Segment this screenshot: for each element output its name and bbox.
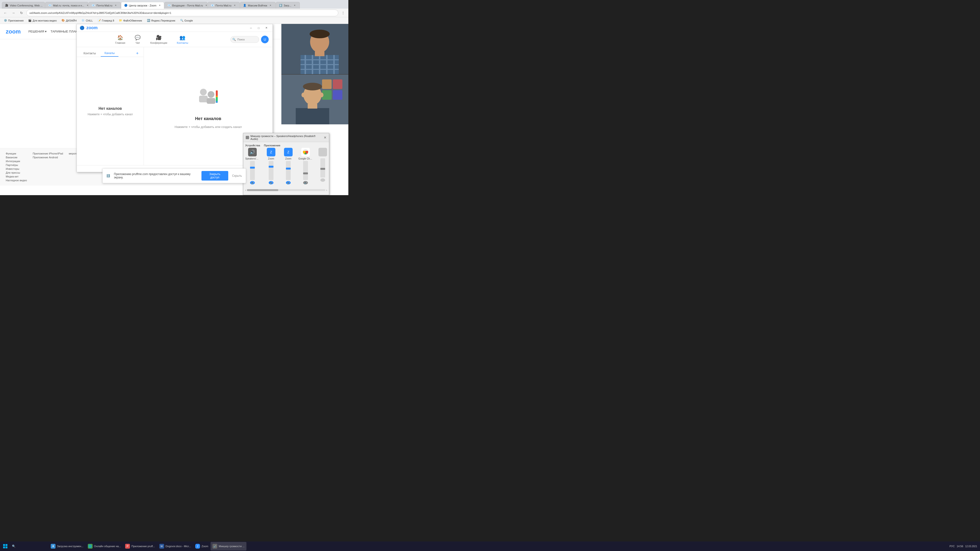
svg-rect-7 bbox=[216, 101, 218, 103]
webcam-person-1 bbox=[282, 24, 348, 74]
footer-link-iphone[interactable]: Приложение iPhone/iPad bbox=[33, 152, 63, 155]
bookmark-favicon-apps: ⚙️ bbox=[4, 19, 7, 22]
chrome-fader[interactable] bbox=[303, 161, 308, 180]
browser-tab-1[interactable]: 🎥 Video Conferencing, Web ... × bbox=[2, 2, 45, 9]
browser-tab-7[interactable]: 👤 Максим Войтюк × bbox=[240, 2, 275, 9]
bookmark-apps[interactable]: ⚙️ Приложения bbox=[2, 18, 25, 23]
svg-point-2 bbox=[208, 91, 215, 98]
bookmark-video[interactable]: 🎬 Для монтажа видео bbox=[26, 18, 59, 23]
unknown-fader-handle[interactable] bbox=[320, 168, 325, 170]
close-button[interactable]: ✕ bbox=[263, 25, 270, 31]
bookmark-google[interactable]: 🔍 Google bbox=[178, 18, 195, 23]
tab-favicon-5: 📧 bbox=[167, 4, 171, 7]
footer-link-partners[interactable]: Партнёры bbox=[6, 164, 27, 167]
contacts-tab[interactable]: Контакты bbox=[80, 50, 100, 57]
extensions-button[interactable]: ⋮ bbox=[340, 10, 347, 16]
tab-close-5[interactable]: × bbox=[204, 3, 207, 7]
footer-link-android[interactable]: Приложение Android bbox=[33, 156, 63, 159]
website-nav-solutions[interactable]: РЕШЕНИЯ ▾ bbox=[29, 30, 47, 33]
zoom-navigation: 🏠 Главная 💬 Чат 🎥 Конференции 👥 Контакты bbox=[77, 32, 272, 47]
browser-tab-5[interactable]: 📧 Входящие - Почта Mail.ru × bbox=[164, 2, 207, 9]
zoom-fader-1[interactable] bbox=[269, 161, 274, 180]
zoom-fader-handle-2[interactable] bbox=[286, 168, 291, 170]
browser-tab-4[interactable]: 🔵 Центр загрузок - Zoom × bbox=[121, 2, 164, 9]
bookmark-design[interactable]: 🎨 ДИЗАЙН bbox=[60, 18, 78, 23]
browser-tab-3[interactable]: 📧 Почта Mail.ru × bbox=[89, 2, 121, 9]
zoom-fader-handle-1[interactable] bbox=[269, 166, 274, 168]
unknown-fader[interactable] bbox=[320, 158, 325, 178]
mixer-scrollbar[interactable] bbox=[247, 189, 325, 191]
chrome-svg bbox=[303, 149, 309, 155]
footer-link-jobs[interactable]: Вакансии bbox=[6, 156, 27, 159]
mixer-close-button[interactable]: ✕ bbox=[324, 136, 326, 140]
mixer-scrollbar-thumb[interactable] bbox=[247, 189, 278, 191]
browser-tab-2[interactable]: 📧 Mail.ru: почта, поиск и н... × bbox=[45, 2, 88, 9]
zoom-mute-2[interactable]: 🔊 bbox=[286, 181, 291, 184]
tab-favicon-6: 📧 bbox=[211, 4, 214, 7]
back-button[interactable]: ← bbox=[2, 10, 9, 16]
bookmark-fileexchange[interactable]: 📁 ФайлОбменник bbox=[117, 18, 144, 23]
zoom-nav-center: 🏠 Главная 💬 Чат 🎥 Конференции 👥 Контакты bbox=[112, 33, 191, 46]
minimize-button[interactable]: ─ bbox=[248, 25, 255, 31]
contacts-icon: 👥 bbox=[180, 35, 185, 40]
svg-rect-20 bbox=[315, 51, 325, 56]
zoom-nav-chat[interactable]: 💬 Чат bbox=[132, 33, 143, 46]
mixer-content: Устройства 🔊 Speakers/Headphones 🔊 bbox=[243, 142, 329, 195]
tab-close-1[interactable]: × bbox=[44, 3, 45, 7]
svg-rect-1 bbox=[199, 96, 208, 102]
zoom-app-name-1: Zoom bbox=[268, 157, 274, 160]
footer-link-mediakit[interactable]: Медиа-кит bbox=[6, 175, 27, 178]
tab-close-2[interactable]: × bbox=[86, 3, 88, 7]
chrome-mute[interactable]: 🔊 bbox=[303, 181, 308, 184]
browser-tab-6[interactable]: 📧 Почта Mail.ru × bbox=[208, 2, 240, 9]
refresh-button[interactable]: ↻ bbox=[18, 10, 25, 16]
tab-close-7[interactable]: × bbox=[269, 3, 272, 7]
zoom-nav-conferences[interactable]: 🎥 Конференции bbox=[147, 33, 170, 46]
zoom-fader-2[interactable] bbox=[286, 161, 291, 180]
sidebar-tabs: Контакты Каналы + bbox=[77, 47, 143, 57]
bookmark-favicon-design: 🎨 bbox=[62, 19, 65, 22]
dismiss-notification-button[interactable]: Скрыть bbox=[232, 174, 242, 178]
mixer-channel-unknown bbox=[316, 148, 329, 184]
forward-button[interactable]: → bbox=[10, 10, 17, 16]
zoom-search-container: 🔍 bbox=[231, 36, 259, 43]
tab-close-6[interactable]: × bbox=[233, 3, 237, 7]
add-channel-button[interactable]: + bbox=[134, 50, 141, 57]
mixer-scroll-left[interactable]: ‹ bbox=[245, 189, 246, 192]
bookmark-glavred[interactable]: 📝 Главред 8 bbox=[96, 18, 116, 23]
zoom-mute-1[interactable]: 🔊 bbox=[269, 181, 274, 184]
footer-link-video[interactable]: Наглядное видео bbox=[6, 179, 27, 182]
bookmark-favicon-fileexchange: 📁 bbox=[119, 19, 122, 22]
browser-tab-8[interactable]: ⬇️ Загр... × bbox=[276, 2, 300, 9]
chrome-app-name: Google Chrome bbox=[298, 157, 313, 160]
speakers-mute[interactable]: 🔊 bbox=[250, 181, 255, 184]
chrome-fader-handle[interactable] bbox=[303, 172, 308, 174]
zoom-nav-home[interactable]: 🏠 Главная bbox=[112, 33, 128, 46]
unknown-mute[interactable] bbox=[320, 178, 325, 182]
close-access-button[interactable]: Закрыть доступ bbox=[202, 171, 228, 181]
maximize-button[interactable]: □ bbox=[255, 25, 262, 31]
tab-close-8[interactable]: × bbox=[293, 3, 297, 7]
bookmark-yandex[interactable]: 🔤 Яндекс.Переводчик bbox=[145, 18, 177, 23]
bookmark-chill[interactable]: ❄️ ChILL bbox=[80, 18, 94, 23]
mixer-scroll-right[interactable]: › bbox=[326, 189, 327, 192]
svg-rect-31 bbox=[308, 104, 317, 109]
bookmark-favicon-video: 🎬 bbox=[28, 19, 32, 22]
speakers-fader[interactable] bbox=[250, 161, 255, 180]
footer-link-integrations[interactable]: Интеграции bbox=[6, 160, 27, 163]
address-bar[interactable]: us04web.zoom.us/conf/p/KAZxXFm98yqHflbGp… bbox=[26, 10, 338, 16]
zoom-favicon: 🔵 bbox=[80, 25, 84, 30]
chrome-app-icon bbox=[301, 148, 310, 156]
zoom-profile-avatar[interactable]: U bbox=[261, 36, 269, 43]
tab-close-3[interactable]: × bbox=[114, 3, 118, 7]
footer-link-features[interactable]: Функции bbox=[6, 152, 27, 155]
tab-close-4[interactable]: × bbox=[158, 3, 162, 7]
footer-link-press[interactable]: Для прессы bbox=[6, 171, 27, 174]
home-icon: 🏠 bbox=[117, 35, 123, 40]
footer-link-investors[interactable]: Инвесторы bbox=[6, 167, 27, 170]
mixer-channel-speakers: 🔊 Speakers/Headphones 🔊 bbox=[245, 148, 259, 184]
zoom-logo: zoom bbox=[86, 25, 98, 30]
zoom-nav-contacts[interactable]: 👥 Контакты bbox=[174, 33, 191, 46]
speakers-fader-handle[interactable] bbox=[250, 167, 255, 168]
channels-tab[interactable]: Каналы bbox=[101, 50, 119, 57]
